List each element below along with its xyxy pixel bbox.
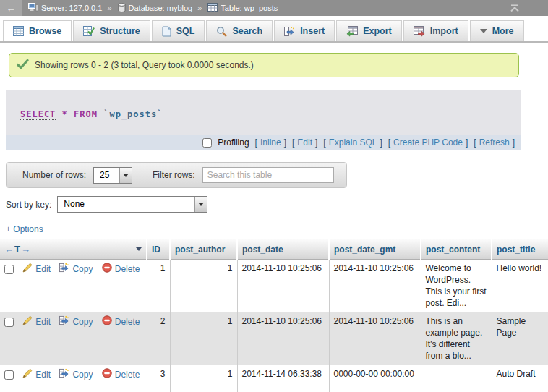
header-row: ←T→ ID post_author post_date post_date_g… [0,239,548,260]
tab-label: Import [430,26,458,36]
column-header-post-content[interactable]: post_content [421,239,492,260]
breadcrumb-table-label: Table: wp_posts [221,4,278,12]
column-header-post-title[interactable]: post_title [492,239,548,260]
cell-post-date: 2014-11-10 10:25:06 [237,260,329,312]
pencil-icon [22,263,33,276]
database-icon [118,3,126,14]
explain-sql-link[interactable]: Explain SQL [329,137,377,148]
breadcrumb-server[interactable]: Server: 127.0.0.1 [28,3,102,13]
cell-post-content: This is an example page. It's different … [421,312,492,365]
chevron-down-icon [480,29,487,33]
status-message: Showing rows 0 - 2 (3 total, Query took … [9,53,519,77]
tab-more[interactable]: More [470,20,524,41]
sql-keyword-select[interactable]: SELECT [20,109,56,120]
sql-query: SELECT * FROM `wp_posts` [6,90,521,135]
column-header-post-date-gmt[interactable]: post_date_gmt [329,239,421,260]
insert-icon [284,26,295,37]
delete-link[interactable]: Delete [102,263,140,276]
table-row: Edit Copy Delete 3 1 2014-11-14 06:33:38… [0,365,548,392]
copy-link[interactable]: Copy [59,368,93,381]
delete-icon [102,368,112,381]
filter-rows-label: Filter rows: [153,170,195,180]
edit-link[interactable]: Edit [22,315,51,328]
select-arrow-icon [119,168,132,183]
tab-label: Export [363,26,392,36]
sql-keyword-from: FROM [74,109,98,119]
refresh-link[interactable]: Refresh [479,137,510,148]
cell-post-author: 1 [170,260,237,312]
column-nav-icon[interactable]: ←T→ [4,244,31,255]
sql-star: * [62,109,68,119]
rows-filter-bar: Number of rows: 25 Filter rows: [6,162,347,188]
column-actions-header[interactable]: ←T→ [0,239,147,260]
tab-label: Structure [100,26,140,36]
profiling-checkbox[interactable] [202,138,212,148]
cell-post-author: 1 [170,312,237,365]
cell-post-content [421,365,492,392]
number-of-rows-select[interactable]: 25 [93,167,132,184]
cell-post-title: Sample Page [492,312,548,365]
tab-label: SQL [176,26,195,36]
cell-post-title: Hello world! [492,260,548,312]
copy-link[interactable]: Copy [59,315,93,328]
browse-icon [13,26,24,36]
cell-post-date: 2014-11-14 06:33:38 [237,365,329,392]
tab-sql[interactable]: SQL [152,20,205,41]
delete-icon [102,263,112,276]
breadcrumb-server-label: Server: 127.0.0.1 [41,4,102,12]
cell-post-date: 2014-11-10 10:25:06 [237,312,329,365]
table-icon [207,3,218,13]
breadcrumb-table[interactable]: Table: wp_posts [207,3,278,13]
tab-import[interactable]: Import [403,20,468,41]
sort-row: Sort by key: None [6,196,548,213]
delete-icon [102,315,112,328]
sql-icon [162,26,171,37]
options-toggle-link[interactable]: + Options [6,224,43,234]
cell-post-date-gmt: 2014-11-10 10:25:06 [329,260,421,312]
collapse-panel-icon[interactable] [509,4,521,12]
copy-link[interactable]: Copy [59,263,93,276]
delete-link[interactable]: Delete [102,368,140,381]
delete-link[interactable]: Delete [102,315,140,328]
cell-post-author: 1 [170,365,237,392]
row-checkbox[interactable] [4,265,14,274]
breadcrumb-separator: » [197,4,202,12]
tab-structure[interactable]: Structure [73,20,150,41]
tab-label: Insert [300,26,325,36]
sql-table-identifier: `wp_posts` [103,109,163,119]
number-of-rows-label: Number of rows: [22,170,86,180]
sort-by-key-label: Sort by key: [6,200,51,210]
column-header-post-date[interactable]: post_date [237,239,329,260]
table-row: Edit Copy Delete 1 1 2014-11-10 10:25:06… [0,260,548,312]
tab-insert[interactable]: Insert [274,20,335,41]
tab-label: More [492,26,514,36]
tab-browse[interactable]: Browse [3,20,72,41]
results-table: ←T→ ID post_author post_date post_date_g… [0,239,548,392]
back-button[interactable]: ← [0,0,22,16]
check-icon [17,59,29,71]
copy-icon [59,315,69,328]
row-checkbox[interactable] [4,370,14,380]
breadcrumb-separator: » [107,4,111,12]
breadcrumb-bar: ← Server: 127.0.0.1 » Database: myblog »… [0,0,548,16]
column-header-post-author[interactable]: post_author [170,239,237,260]
edit-link[interactable]: Edit [22,368,51,381]
cell-post-date-gmt: 0000-00-00 00:00:00 [329,365,421,392]
row-checkbox[interactable] [4,318,14,327]
breadcrumb-database[interactable]: Database: myblog [118,3,193,14]
edit-query-link[interactable]: Edit [297,137,312,148]
create-php-code-link[interactable]: Create PHP Code [393,137,463,148]
tab-export[interactable]: Export [336,20,402,41]
sort-triangle-icon[interactable] [136,247,142,251]
select-arrow-icon [194,197,207,212]
tab-search[interactable]: Search [206,20,273,41]
query-toolbar: Profiling [Inline] [Edit] [Explain SQL] … [6,135,521,150]
tab-label: Browse [29,26,61,36]
filter-rows-input[interactable] [202,167,334,183]
inline-link[interactable]: Inline [260,137,281,148]
profiling-label: Profiling [218,137,249,148]
edit-link[interactable]: Edit [22,263,51,276]
column-header-id[interactable]: ID [147,239,170,260]
breadcrumb-database-label: Database: myblog [129,4,193,12]
sort-by-key-select[interactable]: None [57,196,207,213]
